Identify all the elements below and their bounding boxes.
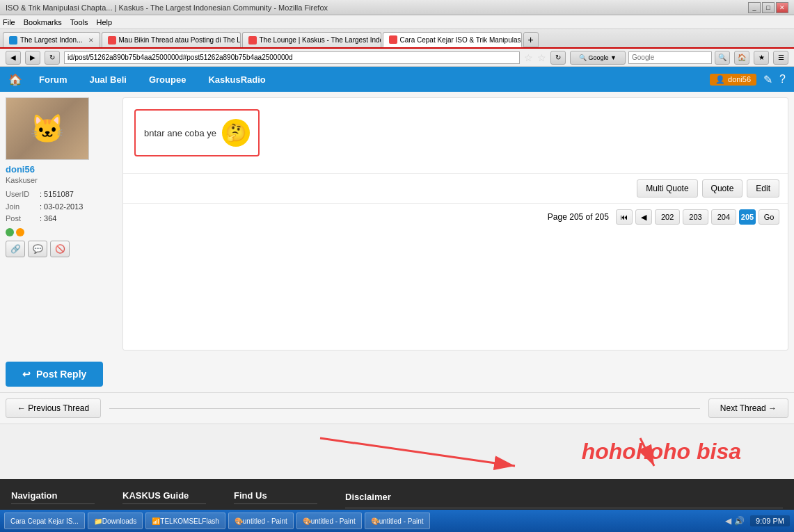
edit-icon[interactable]: ✎ (763, 73, 772, 86)
post-reply-label: Post Reply (36, 369, 86, 380)
avatar: 🐱 (6, 97, 89, 160)
page-prev-button[interactable]: ◀ (635, 209, 652, 225)
nav-groupee[interactable]: Groupee (143, 72, 191, 88)
svg-line-0 (320, 438, 515, 466)
taskbar-downloads[interactable]: 📁 Downloads (88, 513, 143, 529)
nav-forum[interactable]: Forum (33, 72, 72, 88)
edit-button[interactable]: Edit (747, 179, 779, 198)
paint-icon-1: 🎨 (235, 517, 243, 525)
taskbar-right: ◀ 🔊 9:09 PM (725, 515, 790, 526)
main-content: 🐱 doni56 Kaskuser UserID : 5151087 Join … (0, 92, 794, 356)
post-panel: bntar ane coba ye 🤔 Multi Quote Quote Ed… (122, 97, 788, 350)
post-text-content: bntar ane coba ye (144, 128, 216, 138)
user-role: Kaskuser (6, 176, 117, 184)
search-engine-select[interactable]: 🔍 Google ▼ (570, 51, 626, 65)
site-home-icon[interactable]: 🏠 (8, 73, 22, 86)
taskbar: Cara Cepat Kejar IS... 📁 Downloads 📶 TEL… (0, 510, 794, 532)
prev-thread-button[interactable]: ← Previous Thread (6, 398, 101, 418)
page-203[interactable]: 203 (683, 209, 708, 225)
username-nav: doni56 (728, 75, 751, 83)
nav-kaskusradio[interactable]: KaskusRadio (203, 72, 271, 88)
page-go-button[interactable]: Go (759, 209, 779, 225)
post-value: : 364 (40, 213, 56, 225)
title-bar: ISO & Trik Manipulasi Chapta... | Kaskus… (0, 0, 794, 15)
page-204[interactable]: 204 (711, 209, 736, 225)
footer-guide-heading: KASKUS Guide (122, 490, 206, 504)
post-count-row: Post : 364 (6, 213, 117, 225)
report-user-button[interactable]: 🚫 (50, 241, 70, 257)
volume-tray-icon[interactable]: 🔊 (734, 516, 745, 526)
page-first-button[interactable]: ⏮ (616, 209, 633, 225)
post-bubble: bntar ane coba ye 🤔 (134, 109, 260, 156)
tab-0[interactable]: The Largest Indon... ✕ (3, 32, 100, 47)
search-input[interactable] (628, 51, 712, 64)
window-title: ISO & Trik Manipulasi Chapta... | Kaskus… (6, 3, 328, 12)
tab-icon-0 (9, 36, 17, 45)
forward-button[interactable]: ▶ (25, 51, 40, 65)
addon-button[interactable]: ★ (754, 51, 769, 65)
quote-button[interactable]: Quote (702, 179, 743, 198)
post-username[interactable]: doni56 (6, 164, 117, 175)
menu-help[interactable]: Help (96, 18, 112, 26)
taskbar-paint-2[interactable]: 🎨 untitled - Paint (296, 513, 362, 529)
pagination-row: Page 205 of 205 ⏮ ◀ 202 203 204 205 Go (123, 203, 788, 230)
page-info: Page 205 of 205 (548, 212, 609, 222)
user-avatar-small: 👤 (715, 75, 725, 84)
page-205[interactable]: 205 (739, 209, 756, 225)
profile-link-button[interactable]: 🔗 (6, 241, 25, 257)
address-bar: ◀ ▶ ↻ ☆ ☆ ↻ 🔍 Google ▼ 🔍 🏠 ★ ☰ (0, 49, 794, 67)
multi-quote-button[interactable]: Multi Quote (637, 179, 697, 198)
menu-button[interactable]: ☰ (773, 51, 788, 65)
tab-3[interactable]: Cara Cepat Kejar ISO & Trik Manipulasi C… (383, 32, 522, 47)
online-dot-2 (16, 228, 24, 236)
menu-bookmarks[interactable]: Bookmarks (24, 18, 62, 26)
refresh-button[interactable]: ↻ (45, 51, 60, 65)
online-status (6, 228, 117, 236)
maximize-button[interactable]: □ (762, 2, 775, 13)
tab-1[interactable]: Mau Bikin Thread atau Posting di The Lou… (102, 32, 241, 47)
user-info: UserID : 5151087 Join : 03-02-2013 Post … (6, 188, 117, 225)
join-value: : 03-02-2013 (40, 201, 83, 213)
menu-tools[interactable]: Tools (70, 18, 88, 26)
taskbar-paint-1[interactable]: 🎨 untitled - Paint (228, 513, 294, 529)
footer-disclaimer-heading: Disclaimer (345, 490, 783, 508)
tab-icon-2 (248, 36, 257, 45)
nav-jualbeli[interactable]: Jual Beli (84, 72, 132, 88)
taskbar-clock: 9:09 PM (750, 515, 790, 526)
home-nav-button[interactable]: 🏠 (734, 51, 749, 65)
close-button[interactable]: ✕ (776, 2, 788, 13)
site-nav: 🏠 Forum Jual Beli Groupee KaskusRadio 👤 … (0, 67, 794, 92)
back-button[interactable]: ◀ (6, 51, 21, 65)
tabs-bar: The Largest Indon... ✕ Mau Bikin Thread … (0, 29, 794, 49)
window-controls[interactable]: _ □ ✕ (748, 2, 788, 13)
post-reply-icon: ↩ (22, 369, 31, 380)
post-reply-row: ↩ Post Reply (0, 356, 794, 392)
url-input[interactable] (64, 51, 520, 64)
network-tray-icon[interactable]: ◀ (725, 516, 731, 526)
new-tab-button[interactable]: + (523, 32, 539, 47)
quote-user-button[interactable]: 💬 (28, 241, 47, 257)
tab-icon-3 (389, 35, 397, 44)
bookmark-star[interactable]: ☆ (524, 52, 533, 63)
userid-row: UserID : 5151087 (6, 188, 117, 201)
menu-file[interactable]: File (3, 18, 15, 26)
minimize-button[interactable]: _ (748, 2, 761, 13)
taskbar-telkomsel[interactable]: 📶 TELKOMSELFlash (145, 513, 225, 529)
user-badge[interactable]: 👤 doni56 (710, 74, 756, 86)
menu-bar: File Bookmarks Tools Help (0, 15, 794, 29)
tab-close-0[interactable]: ✕ (88, 37, 94, 44)
taskbar-browser[interactable]: Cara Cepat Kejar IS... (4, 513, 85, 529)
userid-label: UserID (6, 188, 37, 201)
footer-findus-heading: Find Us (234, 490, 317, 504)
page-202[interactable]: 202 (655, 209, 680, 225)
next-thread-button[interactable]: Next Thread → (708, 398, 788, 418)
search-submit[interactable]: 🔍 (715, 51, 730, 65)
post-text: bntar ane coba ye 🤔 (144, 119, 250, 147)
tab-2[interactable]: The Lounge | Kaskus - The Largest Indon.… (242, 32, 381, 47)
post-reply-button[interactable]: ↩ Post Reply (6, 362, 103, 387)
help-icon[interactable]: ? (779, 73, 786, 86)
post-content: bntar ane coba ye 🤔 (123, 98, 788, 173)
taskbar-paint-3[interactable]: 🎨 untitled - Paint (365, 513, 430, 529)
bookmark-star2[interactable]: ☆ (537, 52, 546, 63)
refresh-btn2[interactable]: ↻ (550, 51, 566, 65)
